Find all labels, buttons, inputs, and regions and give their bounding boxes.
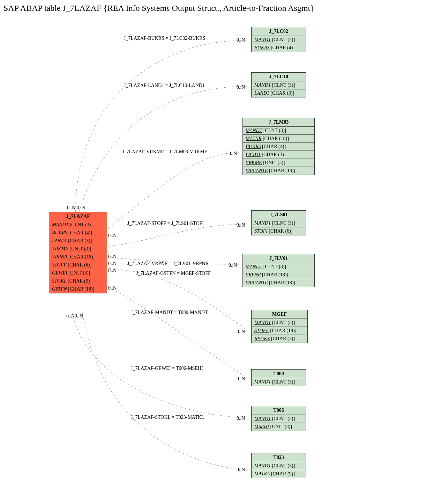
- join-label: J_7LAZAF-STOFF = J_7LS01-STOFI: [127, 221, 204, 226]
- cardinality-label: 0..N: [229, 263, 237, 268]
- join-label: J_7LAZAF-MANDT = T000-MANDT: [131, 310, 208, 315]
- cardinality-label: 0..N: [237, 222, 245, 228]
- field-row: BUKRS [CHAR (4)]: [49, 229, 107, 237]
- field-row: BUKRS [CHAR (4)]: [243, 143, 314, 151]
- field-row: VARIANTE [CHAR (18)]: [243, 167, 314, 175]
- field-row: GSTFN [CHAR (18)]: [49, 285, 107, 293]
- field-row: MANDT [CLNT (3)]: [49, 221, 107, 229]
- cardinality-label: 0..N: [237, 37, 245, 43]
- join-label: J_7LAZAF-GSTFN = MGEF-STOFF: [136, 271, 211, 276]
- er-diagram: J_7LAZAF MANDT [CLNT (3)] BUKRS [CHAR (4…: [3, 16, 430, 504]
- field-row: MANDT [CLNT (3)]: [252, 378, 306, 386]
- field-row: VRKME [UNIT (3)]: [243, 159, 314, 167]
- field-row: LAND1 [CHAR (3)]: [49, 237, 107, 245]
- field-row: MANDT [CLNT (3)]: [243, 263, 314, 271]
- cardinality-label: 0..N: [237, 467, 245, 473]
- cardinality-label: 0..N0..N: [66, 313, 83, 319]
- field-row: LAND1 [CHAR (3)]: [252, 89, 306, 97]
- field-row: MATNR [CHAR (18)]: [243, 135, 314, 143]
- cardinality-label: 0..N: [108, 261, 117, 266]
- field-row: REGKZ [CHAR (3)]: [252, 335, 307, 343]
- entity-j7lv01: J_7LV01 MANDT [CLNT (3)] VRPNR [CHAR (18…: [242, 254, 315, 287]
- cardinality-label: 0..N: [237, 376, 245, 382]
- entity-j7lm03: J_7LM03 MANDT [CLNT (3)] MATNR [CHAR (18…: [242, 118, 315, 175]
- entity-header: MGEF: [252, 310, 307, 319]
- cardinality-label: 0..N: [237, 329, 245, 335]
- field-row: MANDT [CLNT (3)]: [252, 319, 307, 327]
- page-title: SAP ABAP table J_7LAZAF {REA Info System…: [3, 3, 430, 13]
- cardinality-label: 0..N: [108, 268, 117, 273]
- field-row: STOFF [CHAR (18)]: [252, 327, 307, 335]
- entity-j7lc10: J_7LC10 MANDT [CLNT (3)] LAND1 [CHAR (3)…: [251, 72, 306, 97]
- field-row: STOFF [CHAR (6)]: [49, 261, 107, 269]
- join-label: J_7LAZAF-VRPNR = J_7LV01-VRPNR: [127, 261, 209, 266]
- cardinality-label: 0..N: [108, 285, 117, 291]
- entity-header: T006: [252, 406, 306, 415]
- field-row: VRPNR [CHAR (18)]: [49, 253, 107, 261]
- join-label: J_7LAZAF-VRKME = J_7LM03-VRKME: [122, 149, 207, 155]
- field-row: MSEHI [UNIT (3)]: [252, 423, 306, 431]
- field-row: VARIANTE [CHAR (18)]: [243, 279, 314, 287]
- field-row: STOKL [CHAR (9)]: [49, 277, 107, 285]
- entity-header: J_7LAZAF: [49, 212, 107, 221]
- field-row: MANDT [CLNT (3)]: [252, 219, 306, 227]
- entity-header: J_7LC02: [252, 27, 306, 36]
- field-row: MATKL [CHAR (9)]: [252, 470, 306, 478]
- cardinality-label: 0..N: [237, 85, 245, 90]
- entity-header: T023: [252, 453, 306, 462]
- entity-j7lazaf: J_7LAZAF MANDT [CLNT (3)] BUKRS [CHAR (4…: [49, 212, 107, 293]
- entity-j7ls01: J_7LS01 MANDT [CLNT (3)] STOFI [CHAR (6)…: [251, 210, 306, 235]
- entity-t023: T023 MANDT [CLNT (3)] MATKL [CHAR (9)]: [251, 453, 306, 478]
- field-row: VRPNR [CHAR (18)]: [243, 271, 314, 279]
- field-row: STOFI [CHAR (6)]: [252, 227, 306, 235]
- cardinality-label: 0..N: [237, 416, 245, 421]
- field-row: MANDT [CLNT (3)]: [252, 36, 306, 44]
- entity-header: T000: [252, 370, 306, 378]
- entity-j7lc02: J_7LC02 MANDT [CLNT (3)] BUKRS [CHAR (4)…: [251, 27, 306, 52]
- field-row: MANDT [CLNT (3)]: [252, 81, 306, 89]
- entity-t000: T000 MANDT [CLNT (3)]: [251, 369, 306, 386]
- entity-header: J_7LV01: [243, 254, 314, 263]
- field-row: VRKME [UNIT (3)]: [49, 245, 107, 253]
- entity-t006: T006 MANDT [CLNT (3)] MSEHI [UNIT (3)]: [251, 406, 306, 431]
- join-label: J_7LAZAF-LAND1 = J_7LC10-LAND1: [124, 83, 205, 88]
- field-row: MANDT [CLNT (3)]: [243, 127, 314, 135]
- entity-header: J_7LS01: [252, 211, 306, 219]
- cardinality-label: 0..N: [229, 151, 237, 156]
- field-row: BUKRS [CHAR (4)]: [252, 44, 306, 52]
- entity-header: J_7LM03: [243, 118, 314, 127]
- field-row: GEWEI [UNIT (3)]: [49, 269, 107, 277]
- cardinality-label: 0..N 0..N: [67, 205, 85, 211]
- join-label: J_7LAZAF-BUKRS = J_7LC02-BUKRS: [124, 36, 205, 41]
- cardinality-label: 0..N: [108, 254, 117, 260]
- entity-mgef: MGEF MANDT [CLNT (3)] STOFF [CHAR (18)] …: [251, 310, 308, 343]
- field-row: MANDT [CLNT (3)]: [252, 462, 306, 470]
- field-row: LAND1 [CHAR (3)]: [243, 151, 314, 159]
- field-row: MANDT [CLNT (3)]: [252, 415, 306, 423]
- entity-header: J_7LC10: [252, 73, 306, 81]
- join-label: J_7LAZAF-STOKL = T023-MATKL: [131, 415, 204, 420]
- cardinality-label: 0..N: [108, 233, 117, 239]
- join-label: J_7LAZAF-GEWEI = T006-MSEHI: [131, 366, 203, 371]
